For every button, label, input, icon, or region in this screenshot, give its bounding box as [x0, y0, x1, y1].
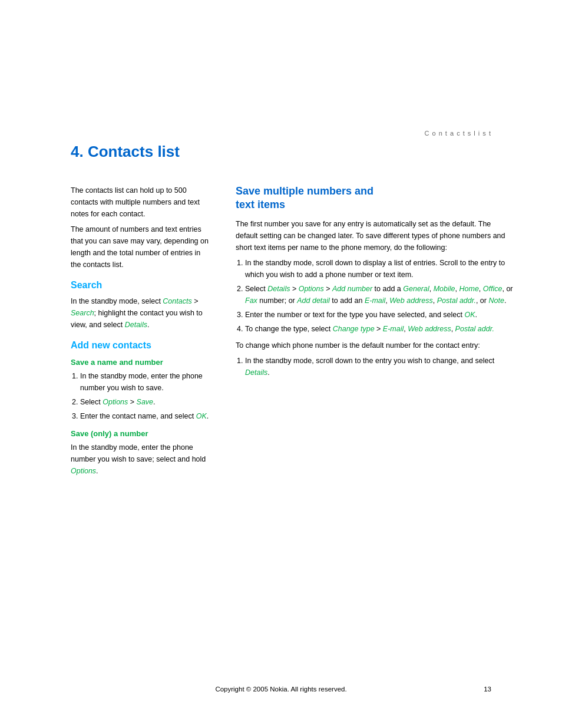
- details-link-2: Details: [267, 285, 290, 293]
- list-item: In the standby mode, scroll down to disp…: [245, 257, 515, 281]
- chapter-title: 4. Contacts list: [71, 143, 515, 161]
- left-column: The contacts list can hold up to 500 con…: [71, 185, 212, 480]
- change-type-link: Change type: [333, 325, 375, 333]
- details-link: Details: [125, 321, 147, 329]
- list-item: In the standby mode, scroll down to the …: [245, 355, 515, 378]
- add-contacts-heading: Add new contacts: [71, 340, 212, 351]
- save-multiple-heading-line2: text items: [236, 199, 285, 210]
- options-hold-link: Options: [71, 467, 96, 475]
- save-only-number-heading: Save (only) a number: [71, 429, 212, 438]
- intro-paragraph-2: The amount of numbers and text entries t…: [71, 223, 212, 271]
- email-link: E-mail: [365, 297, 385, 305]
- search-intro-text: In the standby mode, select: [71, 297, 163, 305]
- right-column: Save multiple numbers and text items The…: [236, 185, 515, 480]
- search-gt: >: [192, 297, 199, 305]
- options-link-2: Options: [299, 285, 324, 293]
- list-item: In the standby mode, enter the phone num…: [80, 370, 212, 394]
- save-name-number-heading: Save a name and number: [71, 358, 212, 367]
- save-name-number-list: In the standby mode, enter the phone num…: [71, 370, 212, 422]
- footer: Copyright © 2005 Nokia. All rights reser…: [0, 686, 562, 693]
- web-link-2: Web address: [408, 325, 451, 333]
- list-item: Enter the number or text for the type yo…: [245, 309, 515, 321]
- postal-link-2: Postal addr.: [455, 325, 494, 333]
- postal-link: Postal addr.: [437, 297, 476, 305]
- chapter-label: C o n t a c t s l i s t: [425, 130, 491, 137]
- intro-paragraph-1: The contacts list can hold up to 500 con…: [71, 185, 212, 220]
- list-item: Enter the contact name, and select OK.: [80, 410, 212, 422]
- default-change-intro: To change which phone number is the defa…: [236, 340, 515, 351]
- save-link: Save: [137, 398, 154, 406]
- list-item: Select Options > Save.: [80, 396, 212, 408]
- ok-link-2: OK: [464, 311, 475, 319]
- chapter-title-text: Contacts list: [88, 143, 180, 160]
- search-period: .: [147, 321, 149, 329]
- options-link: Options: [103, 398, 128, 406]
- note-link: Note: [488, 297, 504, 305]
- add-number-link: Add number: [332, 285, 372, 293]
- default-change-list: In the standby mode, scroll down to the …: [236, 355, 515, 378]
- email-link-2: E-mail: [383, 325, 404, 333]
- search-heading: Search: [71, 280, 212, 291]
- web-link: Web address: [389, 297, 432, 305]
- details-link-3: Details: [245, 368, 267, 377]
- contacts-link: Contacts: [163, 297, 191, 305]
- save-multiple-list: In the standby mode, scroll down to disp…: [236, 257, 515, 335]
- page-number: 13: [484, 686, 491, 693]
- chapter-number: 4.: [71, 143, 84, 160]
- chapter-header: C o n t a c t s l i s t: [0, 0, 562, 143]
- save-multiple-heading-line1: Save multiple numbers and: [236, 185, 373, 197]
- save-only-number-body: In the standby mode, enter the phone num…: [71, 442, 212, 477]
- list-item: Select Details > Options > Add number to…: [245, 283, 515, 307]
- save-multiple-intro: The first number you save for any entry …: [236, 218, 515, 253]
- fax-link: Fax: [245, 297, 257, 305]
- page: C o n t a c t s l i s t 4. Contacts list…: [0, 0, 562, 728]
- home-link: Home: [459, 285, 478, 293]
- add-detail-link: Add detail: [297, 297, 330, 305]
- search-body: In the standby mode, select Contacts > S…: [71, 295, 212, 331]
- ok-link: OK: [196, 412, 207, 420]
- copyright-text: Copyright © 2005 Nokia. All rights reser…: [215, 686, 346, 693]
- general-link: General: [403, 285, 429, 293]
- office-link: Office: [483, 285, 503, 293]
- mobile-link: Mobile: [434, 285, 455, 293]
- list-item: To change the type, select Change type >…: [245, 323, 515, 335]
- search-link: Search: [71, 309, 94, 317]
- save-multiple-heading: Save multiple numbers and text items: [236, 185, 515, 212]
